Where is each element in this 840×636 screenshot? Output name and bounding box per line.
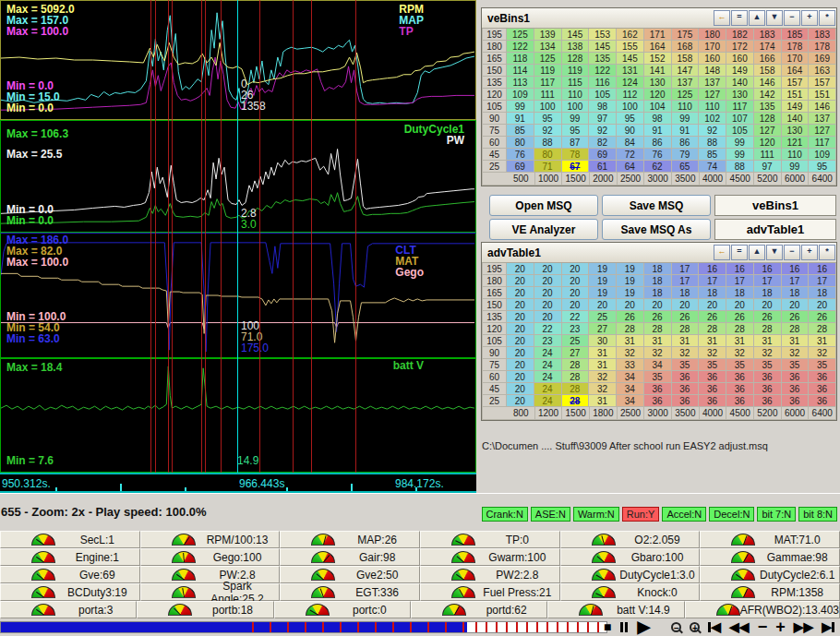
table-tool-down-button[interactable]: ▼ [766, 245, 783, 260]
table-cell[interactable]: 19 [617, 287, 644, 299]
table-cell[interactable]: 146 [809, 101, 836, 113]
table-cell[interactable]: 28 [672, 323, 700, 335]
table-cell[interactable]: 145 [589, 41, 617, 53]
table-cell[interactable]: 95 [534, 113, 562, 125]
table-cell[interactable]: 18 [726, 287, 754, 299]
table-cell[interactable]: 178 [809, 41, 836, 53]
table-cell[interactable]: 172 [726, 41, 754, 53]
table-tool-down-button[interactable]: ▼ [766, 10, 783, 26]
table-tool-up-button[interactable]: ▲ [749, 245, 765, 260]
table-cell[interactable]: 24 [534, 395, 562, 407]
stop-button[interactable]: ■ [604, 618, 611, 636]
table-cell[interactable]: 31 [644, 335, 672, 347]
table-cell[interactable]: 36 [672, 395, 700, 407]
table-cell[interactable]: 67 [562, 161, 590, 173]
table-cell[interactable]: 155 [617, 41, 644, 53]
table-cell[interactable]: 124 [617, 77, 644, 89]
table-cell[interactable]: 17 [672, 263, 700, 275]
table-cell[interactable]: 141 [644, 65, 672, 77]
table-cell[interactable]: 147 [672, 65, 700, 77]
step-back-button[interactable]: − [758, 618, 768, 636]
zoom-in-button[interactable]: + [690, 622, 700, 632]
table-cell[interactable]: 32 [589, 371, 617, 383]
table-cell[interactable]: 16 [699, 263, 726, 275]
table-cell[interactable]: 99 [726, 137, 754, 149]
table-cell[interactable]: 19 [617, 275, 644, 287]
table-cell[interactable]: 178 [782, 41, 810, 53]
table-cell[interactable]: 28 [562, 395, 590, 407]
table-cell[interactable]: 17 [726, 275, 754, 287]
table-cell[interactable]: 88 [534, 137, 562, 149]
table-cell[interactable]: 139 [534, 29, 562, 41]
table-cell[interactable]: 127 [699, 89, 726, 101]
table-cell[interactable]: 35 [726, 359, 754, 371]
table-cell[interactable]: 76 [507, 149, 534, 161]
table-cell[interactable]: 97 [754, 161, 782, 173]
table-cell[interactable]: 18 [754, 287, 782, 299]
table-cell[interactable]: 34 [617, 395, 644, 407]
table-cell[interactable]: 26 [672, 311, 700, 323]
table-cell[interactable]: 26 [809, 311, 836, 323]
table-cell[interactable]: 121 [782, 137, 810, 149]
table-cell[interactable]: 160 [726, 53, 754, 65]
table-cell[interactable]: 27 [589, 323, 617, 335]
table-cell[interactable]: 117 [726, 101, 754, 113]
table-cell[interactable]: 20 [534, 299, 562, 311]
table-cell[interactable]: 22 [534, 323, 562, 335]
table-cell[interactable]: 69 [589, 149, 617, 161]
table-cell[interactable]: 148 [699, 65, 726, 77]
play-button[interactable]: ▶ [637, 618, 650, 636]
table-cell[interactable]: 20 [617, 299, 644, 311]
table-cell[interactable]: 36 [809, 383, 836, 395]
table-cell[interactable]: 171 [644, 29, 672, 41]
table-cell[interactable]: 100 [617, 101, 644, 113]
table-cell[interactable]: 163 [809, 65, 836, 77]
table-cell[interactable]: 17 [672, 275, 700, 287]
table-tool-equal-button[interactable]: = [731, 245, 748, 260]
table-cell[interactable]: 99 [672, 113, 700, 125]
table-cell[interactable]: 19 [589, 275, 617, 287]
table-cell[interactable]: 20 [562, 275, 590, 287]
table-cell[interactable]: 134 [534, 41, 562, 53]
table-cell[interactable]: 99 [726, 149, 754, 161]
table-cell[interactable]: 31 [589, 347, 617, 359]
table-cell[interactable]: 158 [754, 65, 782, 77]
table-cell[interactable]: 125 [534, 53, 562, 65]
table-cell[interactable]: 137 [672, 77, 700, 89]
table-cell[interactable]: 137 [699, 77, 726, 89]
table-cell[interactable]: 99 [782, 161, 810, 173]
table-cell[interactable]: 16 [782, 263, 810, 275]
table-cell[interactable]: 110 [782, 149, 810, 161]
table-cell[interactable]: 72 [617, 149, 644, 161]
table-cell[interactable]: 20 [534, 311, 562, 323]
table-cell[interactable]: 31 [589, 395, 617, 407]
table-cell[interactable]: 162 [617, 29, 644, 41]
table-cell[interactable]: 24 [534, 359, 562, 371]
table-cell[interactable]: 20 [534, 287, 562, 299]
table-cell[interactable]: 26 [754, 311, 782, 323]
table-cell[interactable]: 127 [754, 125, 782, 137]
table-cell[interactable]: 32 [782, 347, 810, 359]
table-cell[interactable]: 111 [534, 89, 562, 101]
table-cell[interactable]: 170 [699, 41, 726, 53]
table-cell[interactable]: 169 [809, 53, 836, 65]
table-cell[interactable]: 20 [507, 359, 534, 371]
table-cell[interactable]: 71 [534, 161, 562, 173]
table-cell[interactable]: 30 [589, 335, 617, 347]
table-cell[interactable]: 182 [726, 29, 754, 41]
skip-start-button[interactable]: ◀ [708, 618, 721, 636]
log-progress-bar[interactable] [0, 621, 607, 633]
table-cell[interactable]: 164 [782, 65, 810, 77]
table-cell[interactable]: 76 [644, 149, 672, 161]
table-cell[interactable]: 116 [589, 77, 617, 89]
table-cell[interactable]: 99 [507, 101, 534, 113]
table-cell[interactable]: 78 [562, 149, 590, 161]
table-cell[interactable]: 61 [589, 161, 617, 173]
table-cell[interactable]: 20 [726, 299, 754, 311]
table-cell[interactable]: 36 [726, 371, 754, 383]
table-cell[interactable]: 36 [699, 383, 726, 395]
table-cell[interactable]: 31 [782, 335, 810, 347]
table-cell[interactable]: 92 [534, 125, 562, 137]
table-cell[interactable]: 24 [534, 383, 562, 395]
table-cell[interactable]: 17 [699, 275, 726, 287]
